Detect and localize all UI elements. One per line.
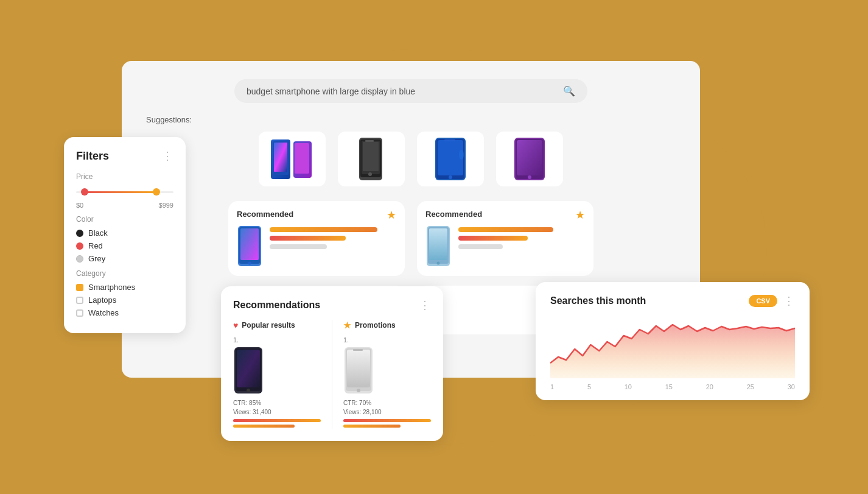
csv-badge[interactable]: CSV — [749, 295, 777, 307]
svg-rect-2 — [274, 143, 287, 172]
svg-point-16 — [459, 150, 464, 160]
promotions-phone-thumb — [343, 346, 374, 395]
svg-point-24 — [248, 262, 251, 265]
color-dot-grey — [76, 255, 83, 263]
category-watches-label: Watches — [88, 308, 119, 317]
recs-title: Recommendations — [233, 300, 320, 311]
promotions-col: ★ Promotions 1. — [343, 320, 431, 429]
recs-divider — [332, 320, 332, 429]
suggestion-item-4[interactable] — [496, 132, 563, 186]
svg-rect-35 — [347, 350, 370, 387]
color-option-black[interactable]: Black — [76, 228, 173, 238]
category-smartphones[interactable]: Smartphones — [76, 283, 173, 292]
category-smartphones-label: Smartphones — [88, 283, 135, 292]
slider-thumb-min[interactable] — [81, 188, 88, 196]
search-input[interactable] — [247, 86, 558, 96]
rec-card-2-star: ★ — [575, 208, 585, 222]
price-label: Price — [76, 172, 173, 181]
color-name-black: Black — [88, 228, 108, 238]
price-min: $0 — [76, 202, 83, 209]
recs-menu-icon[interactable]: ⋮ — [419, 298, 431, 312]
checkbox-laptops[interactable] — [76, 297, 83, 304]
color-label: Color — [76, 215, 173, 224]
suggestion-item-1[interactable] — [259, 132, 326, 186]
x-label-25: 25 — [747, 383, 754, 390]
rec-card-2-title: Recommended — [425, 210, 585, 219]
searches-title: Searches this month — [550, 295, 646, 306]
color-name-red: Red — [88, 241, 103, 250]
x-label-15: 15 — [665, 383, 673, 390]
x-label-30: 30 — [788, 383, 795, 390]
popular-bar-2 — [233, 425, 295, 428]
search-icon: 🔍 — [563, 85, 575, 97]
price-max: $999 — [159, 202, 173, 209]
popular-phone-thumb — [233, 346, 264, 395]
popular-item-num: 1. — [233, 336, 321, 344]
svg-point-14 — [449, 175, 452, 179]
suggestion-item-3[interactable] — [417, 132, 484, 186]
category-watches[interactable]: Watches — [76, 308, 173, 317]
chart-area: 1 5 10 15 20 25 30 — [550, 317, 795, 390]
promotions-item-num: 1. — [343, 336, 431, 344]
filters-title: Filters — [76, 150, 109, 163]
search-bar[interactable]: 🔍 — [234, 79, 587, 103]
searches-card: Searches this month CSV ⋮ 1 5 10 15 20 — [536, 282, 810, 400]
svg-point-32 — [247, 389, 250, 392]
category-label: Category — [76, 269, 173, 278]
svg-point-36 — [357, 389, 360, 392]
popular-bar-1 — [233, 419, 321, 422]
svg-point-28 — [437, 262, 440, 265]
svg-rect-8 — [363, 142, 379, 171]
popular-results-col: ♥ Popular results 1. — [233, 320, 321, 429]
promotions-bar-1 — [343, 419, 431, 422]
svg-rect-37 — [353, 349, 363, 351]
heart-icon: ♥ — [233, 320, 238, 330]
svg-rect-4 — [295, 143, 309, 174]
checkbox-watches[interactable] — [76, 309, 83, 317]
popular-ctr: CTR: 85% — [233, 398, 321, 408]
suggestions-row — [140, 132, 682, 186]
color-name-grey: Grey — [88, 254, 105, 263]
promotions-label: Promotions — [355, 321, 396, 330]
recommendations-card: Recommendations ⋮ ♥ Popular results 1. — [221, 286, 443, 441]
svg-rect-13 — [438, 140, 463, 175]
color-dot-black — [76, 230, 83, 237]
rec-card-1-star: ★ — [387, 208, 396, 222]
svg-rect-27 — [429, 228, 447, 260]
svg-rect-10 — [365, 140, 374, 142]
promotions-views: Views: 28,100 — [343, 408, 431, 417]
svg-rect-15 — [444, 139, 455, 141]
rec-card-1-title: Recommended — [237, 210, 396, 219]
color-option-grey[interactable]: Grey — [76, 254, 173, 263]
svg-point-9 — [368, 172, 372, 176]
slider-thumb-max[interactable] — [153, 188, 160, 196]
promotions-bar-2 — [343, 425, 401, 428]
color-option-red[interactable]: Red — [76, 241, 173, 250]
recommended-card-2: Recommended ★ — [417, 201, 593, 276]
x-label-1: 1 — [550, 383, 554, 390]
color-dot-red — [76, 242, 83, 250]
svg-rect-23 — [240, 228, 259, 260]
searches-menu-icon[interactable]: ⋮ — [783, 294, 795, 308]
svg-rect-19 — [517, 140, 542, 175]
slider-fill — [83, 191, 155, 193]
svg-point-20 — [528, 175, 531, 179]
category-laptops[interactable]: Laptops — [76, 295, 173, 305]
suggestion-item-2[interactable] — [338, 132, 405, 186]
recommended-card-1: Recommended ★ — [228, 201, 405, 276]
x-label-5: 5 — [587, 383, 591, 390]
promotions-ctr: CTR: 70% — [343, 398, 431, 408]
checkbox-smartphones[interactable] — [76, 284, 83, 291]
price-slider[interactable] — [76, 186, 173, 198]
recommended-cards-row: Recommended ★ — [140, 201, 682, 276]
filters-menu-icon[interactable]: ⋮ — [162, 149, 173, 163]
category-laptops-label: Laptops — [88, 295, 116, 305]
x-label-20: 20 — [706, 383, 713, 390]
popular-views: Views: 31,400 — [233, 408, 321, 417]
promotions-star-icon: ★ — [343, 320, 351, 330]
chart-x-labels: 1 5 10 15 20 25 30 — [550, 383, 795, 390]
x-label-10: 10 — [625, 383, 632, 390]
suggestions-label: Suggestions: — [146, 115, 682, 124]
svg-rect-31 — [237, 350, 260, 387]
popular-label: Popular results — [242, 321, 295, 330]
